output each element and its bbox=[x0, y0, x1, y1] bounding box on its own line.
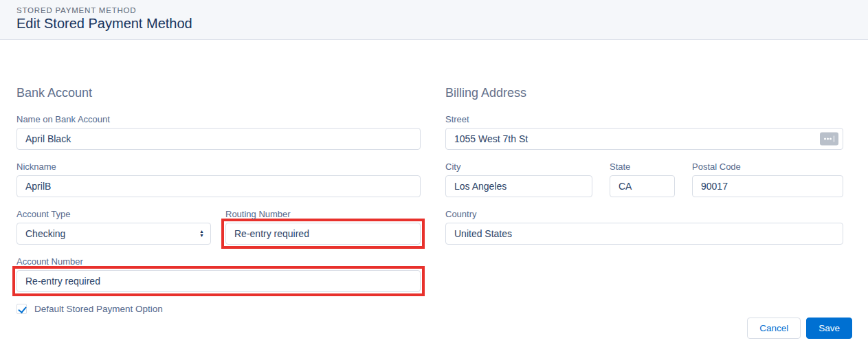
routing-number-highlight-box bbox=[221, 219, 425, 249]
default-stored-payment-option-label: Default Stored Payment Option bbox=[34, 304, 163, 314]
nickname-field: Nickname bbox=[16, 162, 421, 197]
billing-address-section: Billing Address Street City State bbox=[445, 85, 843, 318]
street-label: Street bbox=[445, 114, 843, 124]
select-stepper-icon: ▲ ▼ bbox=[199, 230, 204, 238]
street-input[interactable] bbox=[445, 128, 843, 150]
account-number-label: Account Number bbox=[16, 256, 421, 267]
account-number-highlight-box bbox=[12, 266, 425, 296]
caret-down-icon: ▼ bbox=[199, 234, 204, 238]
country-label: Country bbox=[445, 209, 843, 219]
city-label: City bbox=[445, 162, 592, 172]
routing-number-field: Routing Number bbox=[225, 209, 421, 245]
city-field: City bbox=[445, 162, 592, 197]
routing-number-label: Routing Number bbox=[225, 209, 421, 219]
account-type-selected-value: Checking bbox=[25, 228, 65, 239]
edit-form: Bank Account Name on Bank Account Nickna… bbox=[0, 40, 868, 318]
dot bbox=[824, 138, 826, 140]
name-on-bank-account-input[interactable] bbox=[16, 128, 421, 150]
dot bbox=[827, 138, 829, 140]
account-type-field: Account Type Checking ▲ ▼ bbox=[16, 209, 211, 245]
country-input[interactable] bbox=[445, 223, 843, 245]
nickname-input[interactable] bbox=[16, 175, 421, 197]
account-type-label: Account Type bbox=[16, 209, 211, 219]
ellipsis-cursor-icon[interactable] bbox=[820, 133, 838, 146]
account-number-input[interactable] bbox=[16, 270, 421, 292]
postal-code-input[interactable] bbox=[692, 175, 843, 197]
page-header: STORED PAYMENT METHOD Edit Stored Paymen… bbox=[0, 0, 868, 40]
city-input[interactable] bbox=[445, 175, 592, 197]
cursor-bar bbox=[834, 136, 835, 142]
save-button[interactable]: Save bbox=[806, 318, 852, 339]
bank-account-section: Bank Account Name on Bank Account Nickna… bbox=[16, 85, 421, 318]
country-field: Country bbox=[445, 209, 843, 245]
name-on-bank-account-label: Name on Bank Account bbox=[16, 114, 421, 124]
page-title: Edit Stored Payment Method bbox=[16, 16, 852, 32]
street-field: Street bbox=[445, 114, 843, 150]
postal-code-label: Postal Code bbox=[692, 162, 843, 172]
billing-address-section-title: Billing Address bbox=[445, 85, 843, 100]
bank-account-section-title: Bank Account bbox=[16, 85, 421, 100]
default-stored-payment-option-row: Default Stored Payment Option bbox=[16, 304, 421, 314]
nickname-label: Nickname bbox=[16, 162, 421, 172]
account-type-select[interactable]: Checking ▲ ▼ bbox=[16, 223, 211, 245]
state-label: State bbox=[610, 162, 675, 172]
routing-number-input[interactable] bbox=[225, 223, 421, 245]
name-on-bank-account-field: Name on Bank Account bbox=[16, 114, 421, 150]
dot bbox=[830, 138, 832, 140]
state-input[interactable] bbox=[610, 175, 675, 197]
form-actions: Cancel Save bbox=[0, 318, 868, 356]
state-field: State bbox=[610, 162, 675, 197]
entity-eyebrow: STORED PAYMENT METHOD bbox=[16, 6, 852, 14]
postal-code-field: Postal Code bbox=[692, 162, 843, 197]
default-stored-payment-option-checkbox[interactable] bbox=[16, 304, 27, 314]
cancel-button[interactable]: Cancel bbox=[747, 318, 801, 339]
account-number-field: Account Number bbox=[16, 256, 421, 296]
